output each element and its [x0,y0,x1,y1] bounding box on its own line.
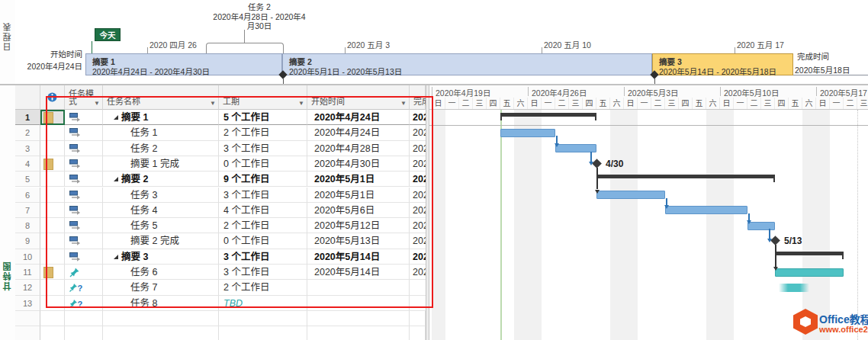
task-name-cell[interactable]: 摘要 2 [103,172,219,187]
row-number[interactable]: 9 [15,233,40,249]
duration-cell[interactable]: 2 个工作日 [219,280,307,295]
duration-cell[interactable]: 4 个工作日 [219,203,307,218]
row-number[interactable]: 3 [15,141,40,156]
manual-task-bar[interactable] [775,268,844,277]
timeline-summary-bar[interactable]: 摘要 32020年5月14日 - 2020年5月18日 [652,53,793,75]
column-header-start[interactable]: 开始时间 ▼ [307,85,410,110]
timescale-week-label[interactable]: 2020年5月10日 [720,87,816,96]
timescale-day-label[interactable]: 六 [514,98,528,109]
start-date-cell[interactable]: 2020年5月13日 [307,233,410,249]
timeline-view-strip[interactable]: 日程表 [0,0,16,84]
timescale-day-label[interactable]: 五 [500,98,514,109]
duration-cell[interactable]: 2 个工作日 [219,125,307,140]
row-number[interactable]: 7 [15,203,40,218]
empty-cell[interactable] [219,311,307,326]
gantt-view-label[interactable]: 甘特图 [2,261,14,290]
row-number[interactable]: 4 [15,156,40,172]
start-date-cell[interactable]: 2020年4月24日 [307,125,410,140]
timescale-day-label[interactable]: 四 [679,98,693,109]
timescale-day-label[interactable]: 日 [528,98,542,109]
timescale-day-label[interactable]: 一 [734,98,747,109]
gantt-view-strip[interactable]: 甘特图 [0,85,16,340]
task-name-cell[interactable]: 任务 7 [103,280,219,295]
task-name-cell[interactable]: 任务 5 [103,218,219,233]
task-bar[interactable] [747,222,775,230]
timescale-week-label[interactable]: 2020年5月17日 [816,87,868,96]
empty-cell[interactable] [65,311,103,326]
timeline-summary-bar[interactable]: 摘要 12020年4月24日 - 2020年4月30日 [85,53,282,75]
timescale-day-label[interactable]: 日 [432,98,445,109]
start-date-cell[interactable]: 2020年5月1日 [307,172,410,187]
timescale-day-label[interactable]: 二 [844,98,857,109]
timescale-day-label[interactable]: 五 [789,98,802,109]
timescale-day-label[interactable]: 四 [583,98,596,109]
row-number[interactable]: 5 [15,172,40,187]
finish-date-cell[interactable]: 2020 [410,188,426,203]
indicator-cell[interactable] [40,203,65,218]
indicator-cell[interactable] [40,110,65,125]
start-date-cell[interactable]: 2020年4月28日 [307,141,410,156]
duration-cell[interactable]: 3 个工作日 [219,265,307,280]
row-number[interactable]: 10 [15,249,40,265]
timescale-day-label[interactable]: 五 [693,98,706,109]
row-number[interactable]: 1 [15,110,40,125]
duration-cell[interactable]: 0 个工作日 [219,156,307,172]
gantt-timescale[interactable]: 2020年4月19日2020年4月26日2020年5月3日2020年5月10日2… [429,85,868,110]
start-date-cell[interactable]: 2020年5月12日 [307,218,410,233]
row-number[interactable]: 12 [15,280,40,295]
timescale-day-label[interactable]: 三 [473,98,487,109]
indicator-cell[interactable] [40,249,65,265]
indicator-cell[interactable] [40,280,65,295]
summary-bar[interactable] [596,175,775,178]
task-name-cell[interactable]: 摘要 1 [103,110,219,125]
duration-cell[interactable]: 3 个工作日 [219,188,307,203]
indicator-cell[interactable] [40,141,65,156]
indicator-cell[interactable] [40,172,65,187]
row-number[interactable]: 8 [15,218,40,233]
timescale-week-label[interactable]: 2020年5月3日 [624,87,720,96]
task-name-cell[interactable]: 任务 6 [103,265,219,280]
select-all-corner[interactable] [15,85,40,110]
start-date-cell[interactable] [307,296,410,311]
timescale-day-label[interactable]: 一 [445,98,459,109]
indicator-cell[interactable] [40,156,65,172]
task-mode-cell[interactable] [65,249,103,265]
finish-date-cell[interactable] [410,296,426,311]
milestone-diamond-icon[interactable] [592,159,602,168]
timescale-day-label[interactable]: 六 [802,98,816,109]
collapse-triangle-icon[interactable] [114,177,118,181]
task-mode-cell[interactable] [65,203,103,218]
task-name-cell[interactable]: 任务 3 [103,188,219,203]
timescale-day-label[interactable]: 日 [816,98,830,109]
task-name-cell[interactable]: 摘要 1 完成 [103,156,219,172]
task-name-cell[interactable]: 摘要 2 完成 [103,233,219,249]
finish-date-cell[interactable] [410,280,426,295]
task-mode-cell[interactable]: ? [65,296,103,311]
finish-date-cell[interactable]: 202 [410,110,426,125]
timescale-day-label[interactable]: 日 [720,98,734,109]
empty-cell[interactable] [307,326,410,340]
timescale-day-label[interactable]: 一 [638,98,651,109]
duration-cell[interactable]: 3 个工作日 [219,141,307,156]
indicator-cell[interactable] [40,188,65,203]
task-bar[interactable] [665,206,747,214]
duration-cell[interactable]: 5 个工作日 [219,110,307,125]
timescale-day-label[interactable]: 二 [651,98,665,109]
empty-cell[interactable] [103,311,219,326]
finish-date-cell[interactable]: 2020 [410,125,426,140]
empty-cell[interactable] [103,326,219,340]
task-name-cell[interactable]: 任务 2 [103,141,219,156]
row-number[interactable]: 2 [15,125,40,140]
duration-cell[interactable]: 0 个工作日 [219,233,307,249]
today-marker[interactable]: 今天 [95,28,121,41]
duration-cell[interactable]: 9 个工作日 [219,172,307,187]
start-date-cell[interactable]: 2020年5月14日 [307,249,410,265]
timescale-day-label[interactable]: 六 [610,98,624,109]
row-number[interactable]: 13 [15,296,40,311]
timescale-day-label[interactable]: 二 [555,98,569,109]
timescale-day-label[interactable]: 二 [747,98,761,109]
column-header-duration[interactable]: 工期 ▼ [219,85,307,110]
column-header-finish[interactable]: 完成时间 [410,85,426,110]
empty-cell[interactable] [40,326,65,340]
timescale-day-label[interactable]: 一 [542,98,555,109]
